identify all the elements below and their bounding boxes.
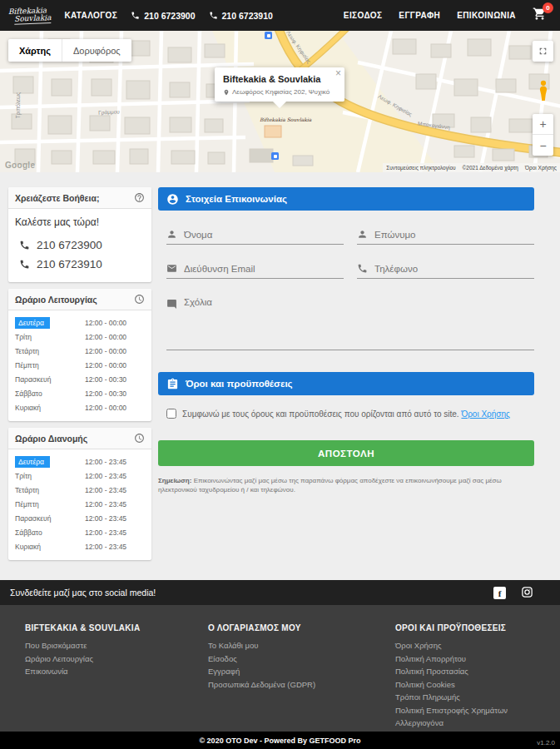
facebook-icon[interactable]: f [493, 587, 506, 599]
nav-item-register[interactable]: ΕΓΓΡΑΦΗ [399, 11, 440, 20]
nav-item-contact[interactable]: ΕΠΙΚΟΙΝΩΝΙΑ [457, 11, 516, 20]
satellite-view-button[interactable]: Δορυφόρος [62, 39, 131, 62]
google-logo[interactable]: Google [5, 161, 35, 170]
person-icon [166, 229, 177, 240]
info-address-text: Λεωφόρος Κηφισίας 202, Ψυχικό [232, 88, 330, 96]
contact-section-header: Στοιχεία Επικοινωνίας [158, 187, 534, 211]
social-bar: Συνδεθείτε μαζί μας στο social media! f [0, 580, 560, 605]
first-name-field [166, 229, 344, 245]
footer-link[interactable]: Αλλεργιογόνα [395, 717, 560, 730]
sidebar-phone-1[interactable]: 210 6723900 [15, 236, 145, 255]
footer-link[interactable]: Που Βρισκόμαστε [25, 639, 208, 652]
footer-column: Ο ΛΟΓΑΡΙΑΣΜΟΣ ΜΟΥΤο Καλάθι μουΕίσοδοςΕγγ… [208, 623, 395, 732]
hours-time: 12:00 - 23:45 [85, 514, 145, 523]
nav-phone-2[interactable]: 210 6723910 [209, 11, 273, 21]
hours-row: Παρασκευή12:00 - 23:45 [15, 511, 145, 525]
map-terms-link[interactable]: Όροι Χρήσης [525, 165, 557, 171]
clock-icon [134, 433, 145, 444]
logo[interactable]: Biftekakia Souvlakia [8, 7, 52, 25]
submit-button[interactable]: ΑΠΟΣΤΟΛΗ [158, 440, 534, 466]
email-input[interactable] [184, 264, 344, 274]
page: Biftekakia Souvlakia ΚΑΤΑΛΟΓΟΣ 210 67239… [0, 0, 560, 749]
terms-section-header: Όροι και προϋποθέσεις [158, 372, 534, 395]
info-window-title: Biftekakia & Souvlakia [223, 74, 336, 84]
hours-time: 12:00 - 23:45 [85, 458, 145, 466]
hours-time: 12:00 - 00:00 [85, 404, 145, 412]
delivery-hours-header: Ωράριο Διανομής [8, 428, 151, 449]
hours-time: 12:00 - 23:45 [85, 486, 145, 494]
hours-day: Τρίτη [15, 333, 85, 341]
social-icons: f [493, 586, 533, 600]
map-attribution: Συντομεύσεις πληκτρολογίου ©2021 Δεδομέν… [383, 163, 560, 172]
sidebar-phone-1-number: 210 6723900 [37, 239, 102, 251]
instagram-icon[interactable] [521, 586, 533, 600]
footer-link[interactable]: Πολιτική Cookies [395, 678, 560, 692]
restaurant-marker[interactable]: Biftekakia Souvlakia [260, 117, 311, 122]
footer-link[interactable]: Είσοδος [208, 652, 395, 666]
footer-link[interactable]: Όροι Χρήσης [395, 639, 560, 652]
map-info-window: Biftekakia & Souvlakia Λεωφόρος Κηφισίας… [215, 67, 344, 102]
phone-input[interactable] [374, 264, 534, 274]
nav-phone-1[interactable]: 210 6723900 [131, 11, 195, 21]
bottom-bar: © 2020 OTO Dev - Powered By GETFOOD Pro … [0, 732, 560, 749]
navbar-right: ΕΙΣΟΔΟΣ ΕΓΓΡΑΦΗ ΕΠΙΚΟΙΝΩΝΙΑ 0 [344, 7, 552, 24]
form-row-1 [158, 229, 534, 245]
footer-link[interactable]: Ωράριο Λειτουργίας [25, 652, 208, 666]
phone-icon [19, 240, 30, 250]
keyboard-shortcuts-link[interactable]: Συντομεύσεις πληκτρολογίου [386, 165, 455, 171]
footer-link[interactable]: Πολιτική Προστασίας [395, 665, 560, 678]
first-name-input[interactable] [184, 230, 344, 240]
opening-hours-title: Ωράριο Λειτουργίας [15, 295, 97, 305]
transit-stop-icon[interactable] [265, 32, 272, 39]
contact-form: Στοιχεία Επικοινωνίας [158, 187, 534, 580]
hours-day: Τετάρτη [15, 486, 85, 494]
hours-day: Δευτέρα [15, 317, 50, 329]
footer-column: ΟΡΟΙ ΚΑΙ ΠΡΟΫΠΟΘΕΣΕΙΣΌροι ΧρήσηςΠολιτική… [395, 623, 560, 732]
cart-button[interactable]: 0 [533, 7, 547, 24]
cart-count-badge: 0 [543, 2, 553, 13]
hours-row: Πέμπτη12:00 - 23:45 [15, 497, 145, 511]
delivery-rows: Δευτέρα12:00 - 23:45Τρίτη12:00 - 23:45Τε… [8, 449, 151, 560]
footer-link[interactable]: Το Καλάθι μου [208, 639, 395, 652]
hours-row: Πέμπτη12:00 - 00:00 [15, 358, 145, 372]
form-row-3 [158, 297, 534, 350]
hours-row: Τρίτη12:00 - 23:45 [15, 469, 145, 483]
hours-day: Σάββατο [15, 389, 85, 398]
hours-row: Τρίτη12:00 - 00:00 [15, 330, 145, 344]
terms-agreement-row: Συμφωνώ με τους όρους και προϋποθέσεις π… [158, 409, 534, 419]
fullscreen-button[interactable] [533, 41, 553, 62]
footer-link[interactable]: Πολιτική Απορρήτου [395, 652, 560, 666]
transit-stop-icon[interactable] [271, 152, 279, 160]
terms-checkbox[interactable] [166, 409, 176, 419]
last-name-field [357, 229, 534, 245]
last-name-input[interactable] [374, 230, 534, 240]
footer-link[interactable]: Τρόποι Πληρωμής [395, 691, 560, 704]
footer-column: BIFTEKAKIA & SOUVLAKIAΠου ΒρισκόμαστεΩρά… [25, 623, 208, 732]
street-label: Τριπόλεως [15, 92, 21, 118]
zoom-out-button[interactable]: − [533, 135, 553, 156]
pegman-icon[interactable] [534, 79, 553, 102]
footer-link[interactable]: Εγγραφή [208, 665, 395, 678]
nav-item-catalog[interactable]: ΚΑΤΑΛΟΓΟΣ [64, 11, 117, 20]
footer-link[interactable]: Επικοινωνία [25, 665, 208, 678]
hours-time: 12:00 - 00:30 [85, 375, 145, 384]
zoom-in-button[interactable]: + [533, 114, 553, 135]
form-note: Σημείωση: Επικοινωνώντας μαζί μας μέσω τ… [158, 476, 534, 494]
comments-textarea[interactable] [184, 297, 534, 345]
hours-row: Σάββατο12:00 - 23:45 [15, 525, 145, 539]
help-icon[interactable] [134, 192, 145, 203]
nav-item-login[interactable]: ΕΙΣΟΔΟΣ [344, 11, 382, 20]
sidebar: Χρειάζεστε Βοήθεια; Καλέστε μας τώρα! 21… [8, 187, 151, 580]
phone-icon [357, 263, 368, 274]
terms-of-use-link[interactable]: Όροι Χρήσης [461, 409, 509, 419]
footer-link[interactable]: Προσωπικά Δεδομένα (GDPR) [208, 678, 395, 692]
terms-text: Συμφωνώ με τους όρους και προϋποθέσεις π… [182, 409, 459, 419]
map[interactable]: Λεωφ. Κηφισίας Λεωφ. Κηφισίας Τριπόλεως … [0, 31, 560, 172]
sidebar-phone-2[interactable]: 210 6723910 [15, 255, 145, 274]
footer-link[interactable]: Πολιτική Επιστροφής Χρημάτων [395, 704, 560, 717]
map-view-button[interactable]: Χάρτης [8, 39, 62, 62]
note-text: Επικοινωνώντας μαζί μας μέσω της παραπάν… [158, 477, 502, 494]
info-window-close-icon[interactable]: × [335, 68, 341, 78]
zoom-controls: + − [533, 114, 553, 156]
footer-column-heading: BIFTEKAKIA & SOUVLAKIA [25, 623, 208, 632]
